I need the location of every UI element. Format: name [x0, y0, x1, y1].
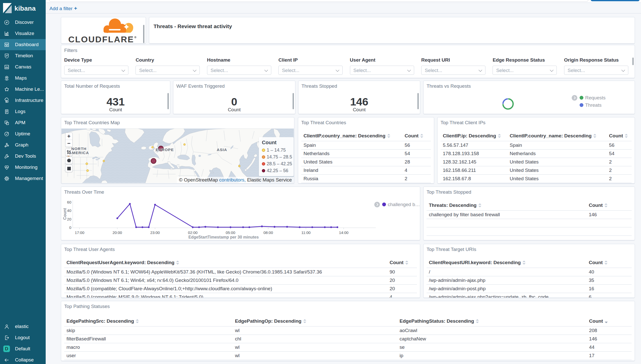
line-point[interactable]	[205, 226, 206, 228]
update-button[interactable]	[591, 0, 639, 1]
column-header[interactable]: EdgePathingOp: Descending	[233, 317, 397, 326]
sidebar-item-timelion[interactable]: Timelion	[0, 50, 46, 61]
sidebar-item-apm[interactable]: APM	[0, 117, 46, 128]
svg-text:23:00: 23:00	[150, 230, 160, 235]
filter-select[interactable]: Select...	[421, 66, 485, 75]
line-point[interactable]	[242, 226, 244, 228]
column-header[interactable]: ClientIP.ip: Descending	[441, 131, 508, 141]
legend-item[interactable]: challenged by filter based firewall	[374, 201, 420, 208]
kibana-logo-text: kibana	[14, 5, 36, 12]
line-point[interactable]	[198, 226, 200, 228]
panel-scrollbar[interactable]	[143, 25, 144, 43]
column-header[interactable]: Threats: Descending	[427, 201, 586, 210]
add-filter-link[interactable]: Add a filter+	[49, 5, 77, 11]
column-header-label: ClientIP.country_name: Descending	[510, 133, 592, 138]
filter-select[interactable]: Select...	[350, 66, 414, 75]
sidebar-item-dev-tools[interactable]: Dev Tools	[0, 151, 46, 162]
filter-select[interactable]: Select...	[278, 66, 343, 75]
sidebar-item-management[interactable]: Management	[0, 173, 46, 184]
line-point[interactable]	[336, 226, 338, 228]
column-header[interactable]: Count	[586, 201, 632, 210]
line-point[interactable]	[192, 226, 194, 228]
map-zoom-out-button[interactable]: −	[65, 140, 72, 147]
sidebar-item-visualize[interactable]: Visualize	[0, 28, 46, 39]
panel-scrollbar[interactable]	[632, 58, 634, 65]
column-header[interactable]: EdgePathingSrc: Descending	[64, 317, 233, 326]
panel-title: Threats vs Requests	[427, 83, 471, 89]
column-header[interactable]: ClientRequestURI.keyword: Descending	[427, 258, 586, 268]
line-point[interactable]	[129, 203, 131, 205]
map-bubble-spain[interactable]	[151, 158, 156, 163]
map-bubble-united-states-south[interactable]	[87, 170, 89, 172]
map-bubble-united-states-central[interactable]	[86, 163, 88, 165]
column-header[interactable]: Count	[587, 317, 632, 326]
line-point[interactable]	[261, 226, 263, 227]
sidebar-item-graph[interactable]: Graph	[0, 139, 46, 151]
line-point[interactable]	[324, 226, 326, 228]
line-point[interactable]	[248, 226, 250, 228]
legend-item[interactable]: Requests	[572, 94, 633, 101]
line-point[interactable]	[217, 226, 219, 228]
column-header[interactable]: Count	[586, 258, 632, 268]
column-header[interactable]: ClientIP.country_name: Descending	[508, 131, 607, 141]
legend-collapse-button[interactable]	[572, 95, 577, 101]
kibana-logo[interactable]: kibana	[0, 0, 46, 17]
table-cell: chl	[233, 335, 397, 343]
sidebar-item-logs[interactable]: Logs	[0, 106, 46, 117]
map-bubble-russia[interactable]	[184, 144, 185, 145]
line-point[interactable]	[311, 226, 313, 228]
line-point[interactable]	[299, 226, 301, 228]
query-input[interactable]	[49, 0, 588, 2]
legend-collapse-button[interactable]	[374, 202, 380, 207]
map-bubble-ireland[interactable]	[152, 147, 154, 148]
sidebar-item-monitoring[interactable]: Monitoring	[0, 162, 46, 173]
panel-scrollbar[interactable]	[167, 93, 169, 109]
line-point[interactable]	[274, 226, 275, 228]
sidebar-footer-item-logout[interactable]: Logout	[0, 332, 46, 343]
panel-scrollbar[interactable]	[417, 93, 419, 109]
sidebar-item-canvas[interactable]: Canvas	[0, 61, 46, 72]
sidebar-footer-item-elastic[interactable]: elastic	[0, 321, 46, 332]
line-point[interactable]	[286, 226, 288, 228]
sidebar-item-uptime[interactable]: Uptime	[0, 128, 46, 139]
line-point[interactable]	[230, 226, 231, 228]
filter-select[interactable]: Select...	[136, 66, 200, 75]
column-header[interactable]: Count	[607, 131, 632, 141]
attribution-link[interactable]: contributors,	[219, 177, 246, 183]
filter-select[interactable]: Select...	[207, 66, 271, 75]
filter-select[interactable]: Select...	[493, 66, 557, 75]
map-rectangle-tool-button[interactable]	[65, 165, 73, 172]
sidebar-footer-item-default[interactable]: DDefault	[0, 343, 46, 354]
sidebar-footer-item-collapse[interactable]: Collapse	[0, 354, 46, 364]
donut-slice-threats[interactable]	[503, 99, 508, 104]
line-point[interactable]	[154, 204, 156, 206]
filter-select[interactable]: Select...	[64, 66, 128, 75]
threats-over-time-line-chart[interactable]: 020406017:0020:0023:0002:0005:0008:0011:…	[61, 187, 420, 240]
map-zoom-in-button[interactable]: +	[65, 133, 72, 140]
map-bubble-united-states-east[interactable]	[103, 160, 105, 162]
column-header[interactable]: EdgePathingStatus: Descending	[397, 317, 587, 326]
sidebar-item-dashboard[interactable]: Dashboard	[0, 39, 46, 50]
column-header[interactable]: ClientRequestUserAgent.keyword: Descendi…	[64, 258, 387, 268]
sidebar-item-machine-le[interactable]: Machine Le...	[0, 84, 46, 95]
collapse-icon	[4, 357, 10, 363]
line-point[interactable]	[142, 226, 143, 228]
filter-select[interactable]: Select...	[564, 66, 628, 75]
sidebar-item-maps[interactable]: Maps	[0, 72, 46, 84]
map-bubble-china[interactable]	[239, 165, 240, 167]
sidebar-item-discover[interactable]: Discover	[0, 17, 46, 28]
column-header[interactable]: Count	[387, 258, 417, 268]
column-header[interactable]: ClientIP.country_name: Descending	[301, 131, 402, 141]
map-viewport[interactable]: + − NORTH AMERICAEUROPEASIA Count 1 – 14…	[61, 129, 294, 183]
panel-scrollbar[interactable]	[293, 93, 294, 109]
line-point[interactable]	[330, 226, 332, 228]
legend-item[interactable]: Threats	[572, 101, 633, 109]
line-point[interactable]	[116, 217, 118, 219]
line-point[interactable]	[135, 226, 137, 228]
map-polygon-tool-button[interactable]	[65, 157, 73, 164]
table-cell: 2	[607, 166, 632, 174]
sidebar-item-infrastructure[interactable]: Infrastructure	[0, 95, 46, 106]
y-axis-title: Count	[63, 205, 67, 223]
column-header[interactable]: Count	[402, 131, 431, 141]
line-point[interactable]	[148, 226, 150, 228]
